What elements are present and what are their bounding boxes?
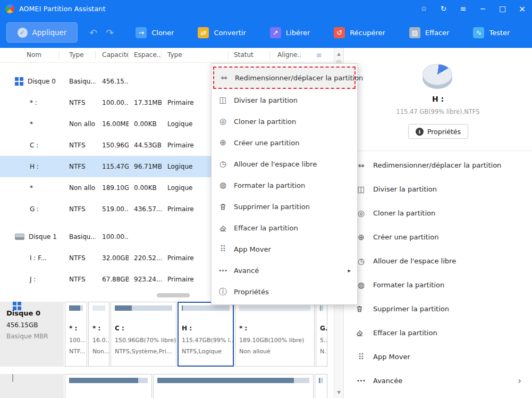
toolbar-button-convertir[interactable]: ⇄ Convertir (185, 22, 257, 43)
toolbar-button-effacer[interactable]: ▨ Effacer (397, 22, 461, 43)
sidebar-item-advanced[interactable]: ••• Avancée › (344, 369, 532, 393)
menu-item-clone[interactable]: ◎ Cloner la partition (212, 111, 357, 132)
undo-icon[interactable]: ↶ (89, 27, 97, 38)
partition-size: 115.47GB(99% l... (182, 337, 230, 344)
recover-icon: ↺ (334, 27, 345, 38)
disk-icon (15, 234, 24, 240)
menu-item-delete[interactable]: Supprimer la partition (212, 196, 357, 217)
clone-partition-icon: ◎ (218, 117, 227, 126)
partition-size: 100... (69, 337, 83, 344)
submenu-arrow-icon: ▸ (348, 267, 351, 274)
partition-label: * : (69, 325, 83, 332)
row-name: * (0, 113, 60, 135)
app-mover-icon: ⠿ (218, 244, 227, 254)
redo-icon[interactable]: ↷ (106, 27, 114, 38)
row-name: I : F... (0, 247, 60, 269)
toolbar-button-label: Convertir (214, 29, 246, 37)
menu-item-app-mover[interactable]: ⠿ App Mover (212, 238, 357, 260)
close-button[interactable]: × (512, 0, 532, 17)
row-space: 17.31MB (129, 92, 162, 113)
row-name: * : (0, 92, 60, 113)
row-capacity: 456.15... (96, 71, 129, 92)
row-capacity: 32.00GB (96, 247, 129, 269)
toolbar-button-liberer[interactable]: ↗ Libérer (258, 22, 322, 43)
row-space (129, 71, 162, 92)
row-name: Disque 1 (29, 233, 57, 241)
horizontal-scrollbar-thumb[interactable] (157, 293, 190, 297)
hamburger-menu-icon[interactable]: ≡ (453, 0, 473, 17)
toolbar-button-recuperer[interactable]: ↺ Récupérer (322, 22, 397, 43)
sidebar-item-clone[interactable]: ◎ Cloner la partition (344, 201, 532, 225)
column-header-nom[interactable]: Nom (0, 51, 60, 59)
partition-label: G.. (320, 325, 323, 332)
menu-item-split[interactable]: ◫ Diviser la partition (212, 89, 357, 111)
disk-info-block[interactable] (0, 374, 64, 398)
sidebar-item-app-mover[interactable]: ⠿ App Mover (344, 345, 532, 369)
properties-button[interactable]: i Propriétés (408, 124, 468, 139)
partition-fs: N.. (320, 348, 323, 355)
row-type: Non allo... (60, 177, 96, 198)
sidebar-item-delete[interactable]: Supprimer la partition (344, 297, 532, 321)
partition-block[interactable] (65, 374, 152, 398)
menu-item-create[interactable]: ⊕ Créer une partition (212, 132, 357, 153)
disk-info-block[interactable]: Disque 0 456.15GB Basique MBR (0, 302, 64, 367)
sidebar-action-list: ⇔ Redimensionner/déplacer la partition ◫… (344, 153, 532, 393)
toolbar-button-tester[interactable]: ∿ Tester (461, 22, 521, 43)
column-header-statut[interactable]: Statut (229, 51, 270, 59)
favorite-star-icon[interactable]: ☆ (414, 0, 434, 17)
column-options-icon[interactable]: ≡ (316, 51, 322, 59)
toolbar-button-label: Récupérer (350, 29, 385, 37)
row-type: NTFS (60, 269, 96, 290)
info-icon: ⓘ (218, 287, 227, 297)
partition-block[interactable] (153, 374, 314, 398)
window-controls: ☆ ↻ ≡ − □ × (414, 0, 532, 17)
menu-item-properties[interactable]: ⓘ Propriétés (212, 281, 357, 302)
sidebar-item-split[interactable]: ◫ Diviser la partition (344, 177, 532, 201)
sidebar-item-format[interactable]: ◍ Formater la partition (344, 273, 532, 297)
partition-fs: NTF... (69, 348, 83, 355)
toolbar-button-cloner[interactable]: → Cloner (123, 22, 185, 43)
partition-block-unallocated[interactable]: * : 189.10GB(100% libre) Non alloué (235, 302, 315, 367)
partition-block-clipped[interactable]: G.. 5.. N.. (316, 302, 327, 367)
column-header-type[interactable]: Type (60, 51, 96, 59)
partition-block-clipped[interactable] (315, 374, 327, 398)
scroll-up-icon[interactable]: ▲ (334, 49, 343, 58)
toolbar-button-outils[interactable]: ⊞ Outils (521, 22, 532, 43)
sidebar-item-resize-move[interactable]: ⇔ Redimensionner/déplacer la partition (344, 153, 532, 177)
partition-block-c[interactable]: C : 150.96GB(70% libre) NTFS,Système,Pri… (111, 302, 176, 367)
column-header-aligne[interactable]: Aligne... (270, 51, 301, 59)
partition-block[interactable]: * : 16.0... Non... (88, 302, 109, 367)
sidebar-item-label: Redimensionner/déplacer la partition (373, 161, 501, 169)
row-space (129, 226, 162, 247)
column-header-capacite[interactable]: Capacité (96, 51, 129, 59)
column-header-type2[interactable]: Type (162, 51, 229, 59)
maximize-button[interactable]: □ (493, 0, 512, 17)
scroll-down-icon[interactable]: ▼ (334, 388, 343, 396)
menu-item-wipe[interactable]: Effacer la partition (212, 217, 357, 238)
row-space: 44.53GB (129, 135, 162, 156)
partition-label: C : (115, 325, 172, 332)
menu-item-advanced[interactable]: ••• Avancé ▸ (212, 260, 357, 281)
apply-button[interactable]: ✓ Appliquer (6, 22, 78, 43)
disk-name: Disque 0 (6, 309, 64, 317)
partition-block-h-selected[interactable]: H : 115.47GB(99% l... NTFS,Logique (178, 302, 234, 367)
window-title: AOMEI Partition Assistant (19, 5, 106, 13)
partition-block[interactable]: * : 100... NTF... (65, 302, 87, 367)
sidebar-item-allocate[interactable]: ◷ Allouer de l'espace libre (344, 249, 532, 273)
row-capacity: 100.00... (96, 92, 129, 113)
menu-item-label: Créer une partition (234, 139, 299, 147)
menu-item-label: Propriétés (234, 288, 269, 296)
menu-item-allocate[interactable]: ◷ Allouer de l'espace libre (212, 153, 357, 175)
refresh-icon[interactable]: ↻ (434, 0, 453, 17)
partition-size: 16.0... (92, 337, 105, 344)
resize-move-icon: ⇔ (219, 73, 229, 82)
sidebar-item-create[interactable]: ⊕ Créer une partition (344, 225, 532, 249)
sidebar-item-wipe[interactable]: Effacer la partition (344, 321, 532, 345)
minimize-button[interactable]: − (473, 0, 493, 17)
sidebar-item-label: App Mover (373, 353, 410, 361)
menu-item-format[interactable]: ◍ Formater la partition (212, 175, 357, 196)
column-header-espace[interactable]: Espace... (129, 51, 162, 59)
partition-label: * : (92, 325, 105, 332)
menu-item-resize-move[interactable]: ⇔ Redimensionner/déplacer la partition (213, 67, 356, 89)
menu-item-label: Allouer de l'espace libre (234, 160, 317, 168)
